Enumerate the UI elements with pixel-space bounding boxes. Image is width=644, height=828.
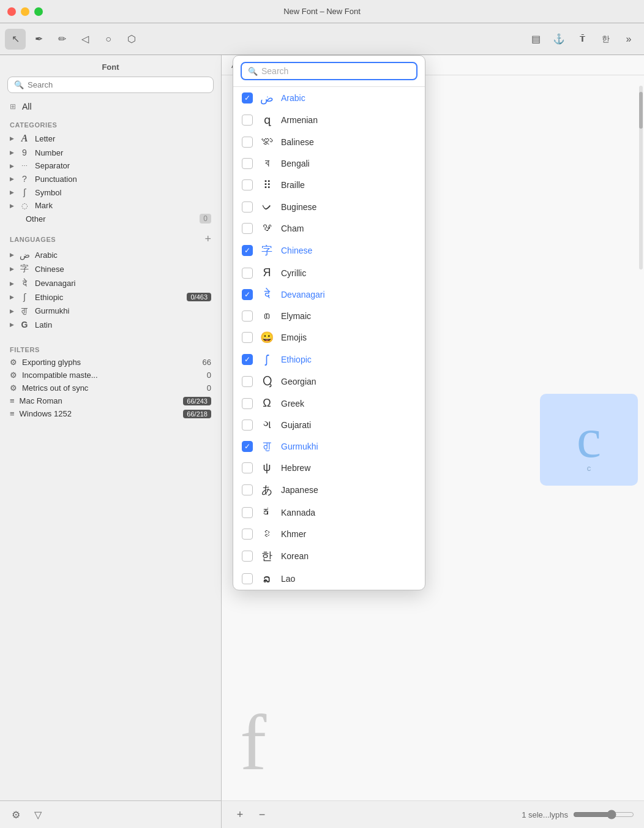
script-icon: զ — [259, 113, 275, 127]
text-tool[interactable]: T̄ — [572, 29, 593, 50]
titlebar: New Font – New Font — [0, 0, 644, 23]
category-letter[interactable]: ▶ A Letter — [0, 131, 221, 146]
language-gurmukhi[interactable]: ▶ ਗੁ Gurmukhi — [0, 304, 221, 318]
minimize-button[interactable] — [21, 7, 29, 16]
script-icon: ⠿ — [259, 178, 275, 192]
category-mark[interactable]: ▶ ◌ Mark — [0, 199, 221, 212]
dropdown-item[interactable]: զArmenian — [233, 109, 425, 131]
dropdown-item[interactable]: ລLao — [233, 568, 425, 590]
dropdown-item[interactable]: ψHebrew — [233, 457, 425, 478]
ruler-tool[interactable]: ▤ — [525, 29, 546, 50]
window-controls — [7, 7, 43, 16]
category-label: Letter — [35, 134, 211, 143]
script-icon: 𐿄 — [259, 309, 275, 322]
dropdown-item[interactable]: ЯCyrillic — [233, 262, 425, 284]
dropdown-item[interactable]: বBengali — [233, 152, 425, 174]
dropdown-item[interactable]: 𐿄Elymaic — [233, 305, 425, 326]
dropdown-checkbox — [242, 158, 253, 169]
dropdown-checkbox — [242, 179, 253, 190]
gurmukhi-icon: ਗੁ — [19, 306, 30, 316]
dropdown-checkbox — [242, 573, 253, 584]
close-button[interactable] — [7, 7, 16, 16]
dropdown-item[interactable]: ಕKannada — [233, 502, 425, 523]
script-icon: ض — [259, 91, 275, 105]
all-item[interactable]: ⊞ All — [0, 99, 221, 114]
dropdown-list: ✓ضArabicզArmenianᬒBalineseবBengali⠿Brail… — [233, 87, 425, 590]
script-icon: ᬒ — [259, 135, 275, 148]
remove-glyph-button[interactable]: − — [253, 806, 271, 823]
dropdown-item[interactable]: 😀Emojis — [233, 326, 425, 348]
dropdown-item[interactable]: ✓ضArabic — [233, 87, 425, 109]
dropdown-item[interactable]: 한Korean — [233, 544, 425, 568]
main-toolbar: ↖ ✒ ✏ ◁ ○ ⬡ ▤ ⚓ T̄ 한 » — [0, 23, 644, 55]
script-icon: ᨆ — [259, 200, 275, 213]
sidebar-search-bar[interactable]: 🔍 — [7, 77, 214, 93]
dropdown-item[interactable]: ✓ʃEthiopic — [233, 348, 425, 371]
filter-button[interactable]: ▽ — [29, 806, 47, 823]
dropdown-item[interactable]: ✓字Chinese — [233, 239, 425, 262]
dropdown-checkbox — [242, 268, 253, 279]
circle-tool[interactable]: ○ — [98, 29, 119, 50]
select-tool[interactable]: ↖ — [5, 29, 26, 50]
language-ethiopic[interactable]: ▶ ʃ Ethiopic 0/463 — [0, 290, 221, 304]
selected-glyph-letter: c — [577, 407, 601, 470]
dropdown-checkbox: ✓ — [242, 92, 253, 104]
filter-label: Mac Roman — [20, 396, 179, 405]
language-latin[interactable]: ▶ G Latin — [0, 318, 221, 331]
dropdown-item-label: Japanese — [281, 485, 416, 495]
letter-icon: A — [19, 133, 30, 144]
add-glyph-button[interactable]: + — [231, 806, 249, 823]
expand-arrow: ▶ — [10, 266, 14, 272]
eraser-tool[interactable]: ◁ — [75, 29, 95, 50]
zoom-slider[interactable] — [573, 810, 634, 819]
script-icon: ਗੁ — [259, 440, 275, 453]
lang-label: Chinese — [35, 265, 211, 274]
dropdown-search-container[interactable]: 🔍 Search — [241, 62, 417, 80]
dropdown-item[interactable]: ᬒBalinese — [233, 131, 425, 152]
dropdown-item[interactable]: ΩGreek — [233, 393, 425, 414]
dropdown-checkbox — [242, 507, 253, 518]
scrollbar-track — [639, 86, 643, 269]
dropdown-checkbox: ✓ — [242, 289, 253, 300]
category-punctuation[interactable]: ▶ ? Punctuation — [0, 172, 221, 186]
category-label: Mark — [35, 201, 211, 210]
hangul-tool[interactable]: 한 — [595, 29, 616, 50]
maximize-button[interactable] — [34, 7, 43, 16]
dropdown-item[interactable]: ✓ਗੁGurmukhi — [233, 435, 425, 457]
language-chinese[interactable]: ▶ 字 Chinese — [0, 262, 221, 276]
search-input[interactable] — [28, 80, 207, 89]
language-devanagari[interactable]: ▶ दे Devanagari — [0, 276, 221, 290]
anchor-tool[interactable]: ⚓ — [549, 29, 569, 50]
pencil-tool[interactable]: ✏ — [51, 29, 72, 50]
dropdown-item[interactable]: ႳGeorgian — [233, 371, 425, 393]
languages-section: LANGUAGES + — [0, 225, 221, 248]
language-arabic[interactable]: ▶ ض Arabic — [0, 248, 221, 262]
expand-arrow: ▶ — [10, 252, 14, 258]
lang-label: Arabic — [35, 250, 211, 260]
script-icon: 字 — [259, 243, 275, 258]
dropdown-item[interactable]: ગGujarati — [233, 414, 425, 435]
pen-tool[interactable]: ✒ — [28, 29, 49, 50]
dropdown-item[interactable]: あJapanese — [233, 478, 425, 502]
add-language-button[interactable]: + — [204, 233, 211, 246]
dropdown-item[interactable]: ᨆBuginese — [233, 196, 425, 217]
settings-button[interactable]: ⚙ — [7, 806, 24, 823]
glyph-f: f — [240, 702, 266, 782]
dropdown-item[interactable]: ខKhmer — [233, 523, 425, 544]
category-separator[interactable]: ▶ ⋯ Separator — [0, 159, 221, 172]
shape-tool[interactable]: ⬡ — [121, 29, 142, 50]
script-icon: ಕ — [259, 506, 275, 519]
arabic-icon: ض — [19, 250, 30, 260]
script-icon: あ — [259, 483, 275, 497]
scrollbar-thumb[interactable] — [639, 92, 643, 129]
category-other[interactable]: Other 0 — [0, 212, 221, 225]
dropdown-item[interactable]: ⠿Braille — [233, 174, 425, 196]
expand-arrow: ▶ — [10, 149, 14, 156]
expand-arrow: ▶ — [10, 135, 14, 141]
dropdown-item[interactable]: ✓देDevanagari — [233, 284, 425, 305]
more-tools[interactable]: » — [618, 29, 639, 50]
dropdown-checkbox — [242, 484, 253, 495]
category-number[interactable]: ▶ 9 Number — [0, 146, 221, 159]
dropdown-item[interactable]: ꨔCham — [233, 217, 425, 239]
category-symbol[interactable]: ▶ ʃ Symbol — [0, 186, 221, 199]
